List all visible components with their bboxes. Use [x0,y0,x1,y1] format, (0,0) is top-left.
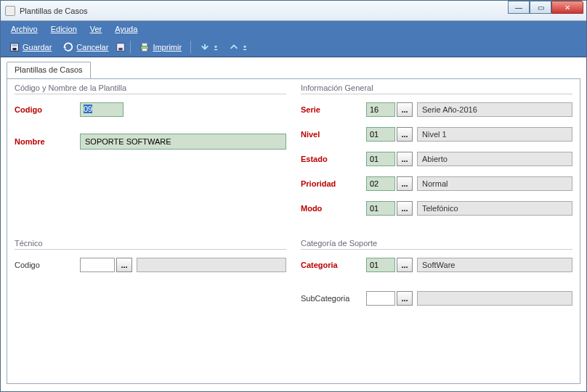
save-icon [9,42,20,52]
cancel-label: Cancelar [76,43,108,52]
prioridad-display: Normal [417,176,572,191]
subcategoria-display [417,291,572,306]
save-button[interactable]: Guardar [5,41,56,54]
group-codigo-nombre: Código y Nombre de la Plantilla Codigo 0… [15,85,286,219]
tecnico-display [137,258,286,272]
codigo-label: Codigo [15,105,80,114]
print-button[interactable]: Imprimir [135,41,186,54]
prioridad-code-input[interactable] [366,176,395,191]
nivel-lookup-button[interactable]: ... [397,127,413,142]
modo-code-input[interactable] [366,201,395,216]
toolbar-separator-2 [190,41,191,54]
tabstrip: Plantillas de Casos [7,62,580,79]
content-area: Plantillas de Casos Código y Nombre de l… [1,57,586,391]
tecnico-codigo-label: Codigo [15,261,80,269]
prioridad-lookup-button[interactable]: ... [397,176,413,191]
categoria-display: SoftWare [417,258,572,272]
print-icon [139,42,150,52]
group-title: Información General [301,83,572,94]
nav-dropdown[interactable]: ▾ [195,41,222,54]
save-label: Guardar [23,43,52,52]
svg-rect-4 [119,47,123,50]
modo-label: Modo [301,204,366,213]
menu-edicion[interactable]: Edicion [45,23,83,35]
categoria-label: Categoria [301,261,366,269]
serie-lookup-button[interactable]: ... [397,102,413,117]
arrow-icon-2 [229,42,239,52]
nombre-input[interactable] [80,134,286,150]
group-title: Código y Nombre de la Plantilla [15,83,286,94]
categoria-lookup-button[interactable]: ... [397,258,413,272]
codigo-input[interactable]: 09 [80,102,124,117]
modo-lookup-button[interactable]: ... [397,201,413,216]
prioridad-label: Prioridad [301,179,366,188]
window-controls: — ▭ ✕ [508,1,586,20]
subcategoria-label: SubCategoria [301,294,366,303]
arrow-icon [200,42,210,52]
modo-display: Telefónico [417,201,572,216]
toolbar: Guardar Cancelar Imprimir ▾ [1,37,586,57]
estado-label: Estado [301,155,366,163]
estado-display: Abierto [417,152,572,166]
menubar: Archivo Edicion Ver Ayuda [1,21,586,37]
cancel-button[interactable]: Cancelar [59,41,113,54]
group-categoria: Categoría de Soporte Categoria ... SoftW… [301,240,572,309]
nivel-label: Nivel [301,130,366,139]
svg-rect-7 [142,48,147,51]
svg-rect-6 [142,43,147,46]
nivel-code-input[interactable] [366,127,395,142]
group-title: Categoría de Soporte [301,239,572,250]
tecnico-codigo-input[interactable] [80,258,115,272]
titlebar: Plantillas de Casos — ▭ ✕ [1,1,586,21]
serie-label: Serie [301,105,366,114]
disk-icon[interactable] [116,42,126,52]
nav-dropdown-2[interactable]: ▾ [224,41,251,54]
app-window: Plantillas de Casos — ▭ ✕ Archivo Edicio… [0,0,587,392]
categoria-code-input[interactable] [366,258,395,272]
subcategoria-lookup-button[interactable]: ... [397,291,413,306]
group-tecnico: Técnico Codigo ... [15,240,286,309]
menu-ver[interactable]: Ver [84,23,108,35]
menu-archivo[interactable]: Archivo [5,23,44,35]
maximize-button[interactable]: ▭ [530,1,551,14]
group-info-general: Información General Serie ... Serie Año-… [301,85,572,219]
svg-rect-2 [12,47,16,50]
menu-ayuda[interactable]: Ayuda [109,23,143,35]
minimize-button[interactable]: — [508,1,530,14]
window-title: Plantillas de Casos [20,7,88,15]
tab-plantillas[interactable]: Plantillas de Casos [7,62,91,79]
nombre-label: Nombre [15,137,80,146]
group-title: Técnico [15,239,286,250]
estado-lookup-button[interactable]: ... [397,152,413,166]
subcategoria-code-input[interactable] [366,291,395,306]
serie-display: Serie Año-2016 [417,102,572,117]
codigo-value: 09 [84,105,92,113]
chevron-down-icon: ▾ [214,44,217,50]
svg-rect-1 [12,44,17,46]
serie-code-input[interactable] [366,102,395,117]
estado-code-input[interactable] [366,152,395,166]
toolbar-separator [130,41,131,54]
app-icon [5,6,15,16]
print-label: Imprimir [153,43,182,52]
cancel-icon [63,42,73,52]
tecnico-lookup-button[interactable]: ... [116,258,132,272]
tab-panel: Código y Nombre de la Plantilla Codigo 0… [7,78,580,384]
chevron-down-icon-2: ▾ [243,44,246,50]
close-button[interactable]: ✕ [551,1,583,14]
nivel-display: Nivel 1 [417,127,572,142]
